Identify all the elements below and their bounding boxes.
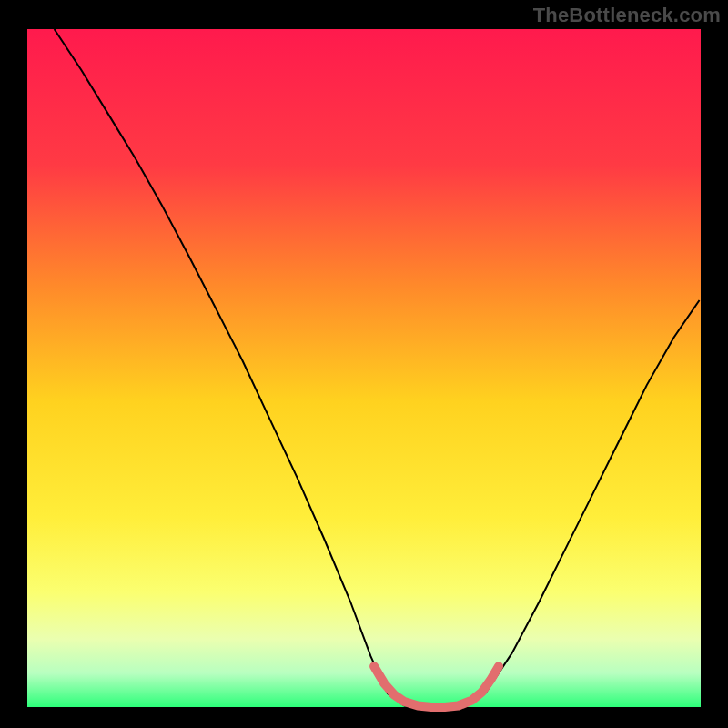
watermark-text: TheBottleneck.com bbox=[533, 4, 721, 27]
bottleneck-chart bbox=[0, 0, 728, 728]
chart-frame: TheBottleneck.com bbox=[0, 0, 728, 728]
plot-background bbox=[27, 29, 701, 707]
